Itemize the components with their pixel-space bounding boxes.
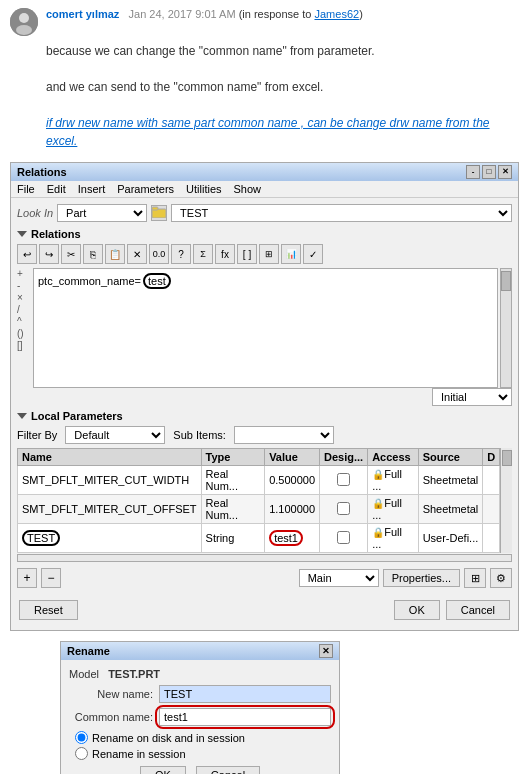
filter-select[interactable]: Default — [65, 426, 165, 444]
comment-body: because we can change the "common name" … — [0, 40, 529, 158]
sym-parens: () — [17, 328, 31, 339]
desig-checkbox-1[interactable] — [337, 473, 350, 486]
main-select[interactable]: Main — [299, 569, 379, 587]
menu-insert[interactable]: Insert — [78, 183, 106, 195]
new-name-row: New name: — [69, 685, 331, 703]
table-row[interactable]: TEST String test1 🔒Full ... User-Defi... — [18, 524, 500, 553]
col-value: Value — [265, 449, 320, 466]
table-row[interactable]: SMT_DFLT_MITER_CUT_WIDTH Real Num... 0.5… — [18, 466, 500, 495]
desig-checkbox-3[interactable] — [337, 531, 350, 544]
copy-button[interactable]: ⎘ — [83, 244, 103, 264]
comment-response: (in response to James62) — [239, 8, 363, 20]
cell-d-3 — [483, 524, 500, 553]
bracket-button[interactable]: [ ] — [237, 244, 257, 264]
check-button[interactable]: ✓ — [303, 244, 323, 264]
properties-button[interactable]: Properties... — [383, 569, 460, 587]
toggle-button[interactable]: 0.0 — [149, 244, 169, 264]
table-button[interactable]: ⊞ — [259, 244, 279, 264]
remove-row-button[interactable]: − — [41, 568, 61, 588]
relations-section-header: Relations — [17, 228, 512, 240]
menu-edit[interactable]: Edit — [47, 183, 66, 195]
rename-titlebar: Rename ✕ — [61, 642, 339, 660]
desig-checkbox-2[interactable] — [337, 502, 350, 515]
test-circle: TEST — [22, 530, 60, 546]
cell-access-1: 🔒Full ... — [368, 466, 418, 495]
undo-button[interactable]: ↩ — [17, 244, 37, 264]
radio-disk-session[interactable] — [75, 731, 88, 744]
cell-access-3: 🔒Full ... — [368, 524, 418, 553]
chart-button[interactable]: 📊 — [281, 244, 301, 264]
response-link[interactable]: James62 — [314, 8, 359, 20]
editor-area: + - × / ^ () [] ptc_common_name=test — [17, 268, 512, 388]
test1-circle: test1 — [269, 530, 303, 546]
radio-session-label: Rename in session — [92, 748, 186, 760]
table-row[interactable]: SMT_DFLT_MITER_CUT_OFFSET Real Num... 1.… — [18, 495, 500, 524]
radio-row-1: Rename on disk and in session — [75, 731, 331, 744]
local-params-section: Local Parameters Filter By Default Sub I… — [17, 410, 512, 562]
redo-button[interactable]: ↪ — [39, 244, 59, 264]
svg-point-2 — [16, 25, 32, 35]
initial-select[interactable]: Initial — [432, 388, 512, 406]
cell-type-2: Real Num... — [201, 495, 265, 524]
rename-close-button[interactable]: ✕ — [319, 644, 333, 658]
sym-minus: - — [17, 280, 31, 291]
cell-type-3: String — [201, 524, 265, 553]
common-name-input[interactable] — [159, 708, 331, 726]
radio-session-only[interactable] — [75, 747, 88, 760]
minimize-button[interactable]: - — [466, 165, 480, 179]
expr-name: ptc_common_name= — [38, 275, 141, 287]
action-row: Reset OK Cancel — [17, 596, 512, 624]
table-scrollbar[interactable] — [500, 448, 512, 553]
editor-scrollbar[interactable] — [500, 268, 512, 388]
cell-desig-2[interactable] — [320, 495, 368, 524]
cell-name-1: SMT_DFLT_MITER_CUT_WIDTH — [18, 466, 202, 495]
look-in-select2[interactable]: TEST — [171, 204, 512, 222]
cell-desig-3[interactable] — [320, 524, 368, 553]
svg-rect-4 — [152, 207, 158, 210]
menu-utilities[interactable]: Utilities — [186, 183, 221, 195]
cell-value-1: 0.500000 — [265, 466, 320, 495]
scrollbar-thumb — [501, 271, 511, 291]
relations-title: Relations — [17, 166, 67, 178]
grid-icon-button[interactable]: ⊞ — [464, 568, 486, 588]
commenter-name[interactable]: comert yılmaz — [46, 8, 119, 20]
menu-show[interactable]: Show — [234, 183, 262, 195]
collapse-icon[interactable] — [17, 231, 27, 237]
cell-desig-1[interactable] — [320, 466, 368, 495]
look-in-select[interactable]: Part — [57, 204, 147, 222]
h-scrollbar[interactable] — [17, 554, 512, 562]
delete-button[interactable]: ✕ — [127, 244, 147, 264]
maximize-button[interactable]: □ — [482, 165, 496, 179]
sym-slash: / — [17, 304, 31, 315]
cell-value-2: 1.100000 — [265, 495, 320, 524]
add-row-button[interactable]: + — [17, 568, 37, 588]
cell-source-2: Sheetmetal — [418, 495, 483, 524]
comment-time: Jan 24, 2017 9:01 AM — [129, 8, 236, 20]
settings-icon-button[interactable]: ⚙ — [490, 568, 512, 588]
cancel-button[interactable]: Cancel — [446, 600, 510, 620]
sub-items-select[interactable] — [234, 426, 334, 444]
avatar — [10, 8, 38, 36]
paste-button[interactable]: 📋 — [105, 244, 125, 264]
look-in-row: Look In Part TEST — [17, 204, 512, 222]
menu-file[interactable]: File — [17, 183, 35, 195]
param-button[interactable]: Σ — [193, 244, 213, 264]
menu-parameters[interactable]: Parameters — [117, 183, 174, 195]
rename-title: Rename — [67, 645, 110, 657]
editor-box[interactable]: ptc_common_name=test — [33, 268, 498, 388]
cell-source-1: Sheetmetal — [418, 466, 483, 495]
common-name-row: Common name: — [69, 708, 331, 726]
cut-button[interactable]: ✂ — [61, 244, 81, 264]
editor-expression: ptc_common_name=test — [38, 273, 493, 289]
reset-button[interactable]: Reset — [19, 600, 78, 620]
ok-button[interactable]: OK — [394, 600, 440, 620]
close-button[interactable]: ✕ — [498, 165, 512, 179]
rename-ok-button[interactable]: OK — [140, 766, 186, 774]
func-button[interactable]: fx — [215, 244, 235, 264]
new-name-input[interactable] — [159, 685, 331, 703]
rename-cancel-button[interactable]: Cancel — [196, 766, 260, 774]
rename-model-label: Model — [69, 668, 99, 680]
cell-source-3: User-Defi... — [418, 524, 483, 553]
question-button[interactable]: ? — [171, 244, 191, 264]
local-params-collapse-icon[interactable] — [17, 413, 27, 419]
